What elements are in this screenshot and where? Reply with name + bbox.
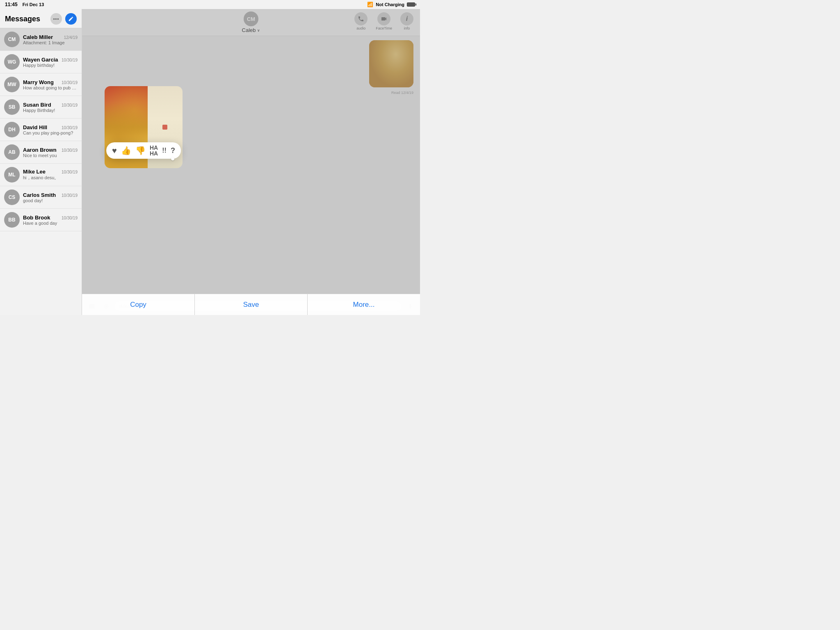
contact-name-row: David Hill 10/30/19 [23,124,78,130]
contact-date: 10/30/19 [62,216,78,220]
contact-preview: Happy birthday! [23,63,78,68]
contact-name-row: Carlos Smith 10/30/19 [23,192,78,198]
status-bar: 11:45 Fri Dec 13 📶 Not Charging [0,0,420,9]
contact-name-row: Marry Wong 10/30/19 [23,79,78,85]
contact-name-row: Mike Lee 10/30/19 [23,169,78,175]
contact-date: 10/30/19 [62,148,78,153]
contact-info: David Hill 10/30/19 Can you play ping-po… [23,124,78,135]
contact-item-bb[interactable]: BB Bob Brook 10/30/19 Have a good day [0,209,82,231]
contact-item-cm[interactable]: CM Caleb Miller 12/4/19 Attachment: 1 Im… [0,28,82,51]
contact-preview: Nice to meet you [23,153,78,158]
contact-info: Caleb Miller 12/4/19 Attachment: 1 Image [23,34,78,45]
reaction-bar: ♥ 👍 👎 HAHA !! ? [106,142,181,159]
contact-preview: good day! [23,198,78,203]
status-right: 📶 Not Charging [367,2,415,7]
contact-name: David Hill [23,124,47,130]
thumbsdown-reaction[interactable]: 👎 [135,146,146,155]
contact-date: 10/30/19 [62,126,78,130]
chat-area: CM Caleb ∨ audio [82,9,420,315]
contact-name: Marry Wong [23,79,54,85]
avatar: WG [4,54,20,70]
contact-info: Susan Bird 10/30/19 Happy Birthday! [23,102,78,113]
compose-button[interactable] [65,13,77,25]
status-time: 11:45 [5,2,18,7]
battery-icon [407,2,415,7]
contact-date: 10/30/19 [62,103,78,107]
avatar: BB [4,212,20,228]
contact-name: Mike Lee [23,169,46,175]
contact-info: Marry Wong 10/30/19 How about going to p… [23,79,78,90]
contact-date: 10/30/19 [62,80,78,85]
contact-name: Wayen Garcia [23,57,58,63]
avatar: MW [4,77,20,92]
status-date: Fri Dec 13 [23,2,44,7]
compose-icon [68,16,74,22]
contact-item-sb[interactable]: SB Susan Bird 10/30/19 Happy Birthday! [0,96,82,119]
sidebar-title: Messages [5,15,40,23]
contact-name-row: Wayen Garcia 10/30/19 [23,57,78,63]
contact-item-ml[interactable]: ML Mike Lee 10/30/19 hi，asano desu。 [0,164,82,186]
contact-date: 10/30/19 [62,170,78,174]
seal-mark [162,125,167,130]
battery-status-text: Not Charging [376,2,404,7]
bubble-tail [171,157,174,160]
contact-list: CM Caleb Miller 12/4/19 Attachment: 1 Im… [0,28,82,315]
avatar: CM [4,32,20,47]
exclaim-reaction[interactable]: !! [162,147,167,154]
contact-info: Carlos Smith 10/30/19 good day! [23,192,78,203]
wifi-icon: 📶 [367,2,373,7]
action-sheet: Copy Save More... [82,294,420,315]
contact-preview: How about going to pub today? [23,85,78,90]
avatar: DH [4,122,20,137]
contact-info: Bob Brook 10/30/19 Have a good day [23,215,78,226]
heart-reaction[interactable]: ♥ [112,146,117,155]
contact-name: Susan Bird [23,102,51,108]
contact-name-row: Caleb Miller 12/4/19 [23,34,78,40]
save-button[interactable]: Save [195,294,308,315]
app-container: Messages ••• CM Caleb Miller 12/4/19 At [0,9,420,315]
contact-preview: hi，asano desu。 [23,175,78,181]
contact-name: Bob Brook [23,215,50,221]
contact-item-cs[interactable]: CS Carlos Smith 10/30/19 good day! [0,186,82,209]
copy-button[interactable]: Copy [82,294,195,315]
contact-name-row: Susan Bird 10/30/19 [23,102,78,108]
avatar: SB [4,99,20,115]
contact-preview: Have a good day [23,221,78,226]
contact-name: Caleb Miller [23,34,53,40]
sidebar: Messages ••• CM Caleb Miller 12/4/19 At [0,9,82,315]
question-reaction[interactable]: ? [171,146,175,155]
contact-preview: Attachment: 1 Image [23,40,78,45]
contact-item-mw[interactable]: MW Marry Wong 10/30/19 How about going t… [0,73,82,96]
contact-name: Carlos Smith [23,192,56,198]
reaction-area: ♥ 👍 👎 HAHA !! ? [105,83,183,168]
sidebar-header: Messages ••• [0,9,82,28]
avatar: CS [4,189,20,205]
contact-info: Wayen Garcia 10/30/19 Happy birthday! [23,57,78,68]
more-button[interactable]: More... [308,294,420,315]
contact-date: 10/30/19 [62,193,78,198]
contact-item-ab[interactable]: AB Aaron Brown 10/30/19 Nice to meet you [0,141,82,164]
contact-item-dh[interactable]: DH David Hill 10/30/19 Can you play ping… [0,119,82,141]
avatar: AB [4,144,20,160]
haha-reaction[interactable]: HAHA [150,145,158,156]
sidebar-actions: ••• [50,13,77,25]
contact-preview: Happy Birthday! [23,108,78,113]
more-options-button[interactable]: ••• [50,13,62,25]
avatar: ML [4,167,20,183]
contact-date: 12/4/19 [64,35,78,40]
contact-name: Aaron Brown [23,147,57,153]
dots-icon: ••• [53,16,59,21]
contact-info: Mike Lee 10/30/19 hi，asano desu。 [23,169,78,181]
contact-preview: Can you play ping-pong? [23,130,78,135]
contact-item-wg[interactable]: WG Wayen Garcia 10/30/19 Happy birthday! [0,51,82,73]
contact-info: Aaron Brown 10/30/19 Nice to meet you [23,147,78,158]
thumbsup-reaction[interactable]: 👍 [121,146,131,155]
contact-name-row: Bob Brook 10/30/19 [23,215,78,221]
contact-name-row: Aaron Brown 10/30/19 [23,147,78,153]
contact-date: 10/30/19 [62,58,78,62]
